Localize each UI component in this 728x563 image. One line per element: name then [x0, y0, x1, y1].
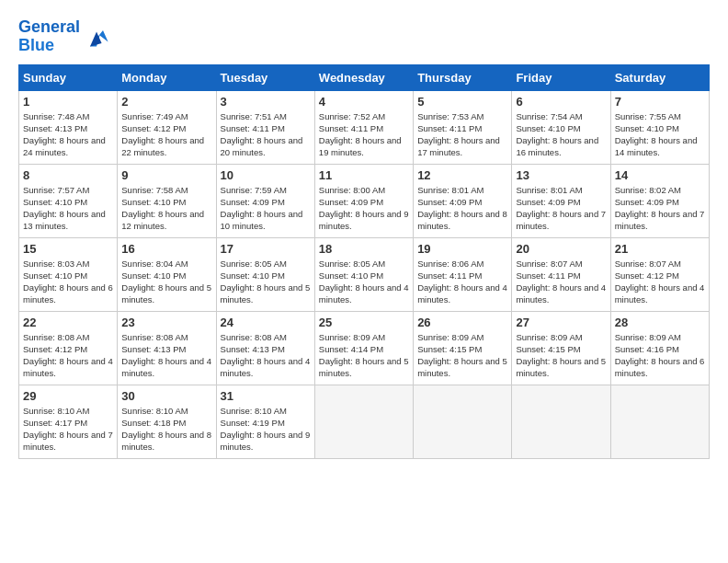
day-number: 6: [516, 95, 606, 109]
calendar-cell: 10Sunrise: 7:59 AMSunset: 4:09 PMDayligh…: [216, 164, 314, 237]
calendar-header-row: SundayMondayTuesdayWednesdayThursdayFrid…: [19, 64, 710, 90]
calendar-cell: 31Sunrise: 8:10 AMSunset: 4:19 PMDayligh…: [216, 385, 314, 458]
calendar-cell: 16Sunrise: 8:04 AMSunset: 4:10 PMDayligh…: [118, 237, 216, 311]
day-number: 22: [23, 316, 113, 329]
day-info: Sunrise: 8:01 AMSunset: 4:09 PMDaylight:…: [417, 184, 507, 233]
calendar-cell: 3Sunrise: 7:51 AMSunset: 4:11 PMDaylight…: [216, 90, 314, 164]
calendar-cell: 13Sunrise: 8:01 AMSunset: 4:09 PMDayligh…: [512, 164, 610, 237]
day-number: 26: [417, 316, 507, 329]
day-number: 10: [221, 168, 311, 182]
day-number: 14: [615, 168, 705, 182]
day-number: 20: [516, 242, 606, 256]
day-number: 8: [23, 168, 113, 182]
day-number: 15: [23, 242, 113, 256]
calendar-cell: 12Sunrise: 8:01 AMSunset: 4:09 PMDayligh…: [414, 164, 512, 237]
calendar-cell: 7Sunrise: 7:55 AMSunset: 4:10 PMDaylight…: [610, 90, 709, 164]
calendar-cell: 15Sunrise: 8:03 AMSunset: 4:10 PMDayligh…: [19, 237, 118, 311]
calendar-cell: 1Sunrise: 7:48 AMSunset: 4:13 PMDaylight…: [19, 90, 118, 164]
day-info: Sunrise: 7:57 AMSunset: 4:10 PMDaylight:…: [23, 184, 113, 233]
day-info: Sunrise: 8:09 AMSunset: 4:15 PMDaylight:…: [417, 331, 507, 380]
day-number: 11: [319, 168, 409, 182]
calendar-cell: 11Sunrise: 8:00 AMSunset: 4:09 PMDayligh…: [314, 164, 413, 237]
day-number: 5: [417, 95, 507, 109]
day-info: Sunrise: 8:10 AMSunset: 4:17 PMDaylight:…: [23, 405, 113, 454]
calendar-cell: 24Sunrise: 8:08 AMSunset: 4:13 PMDayligh…: [216, 311, 314, 385]
day-info: Sunrise: 7:55 AMSunset: 4:10 PMDaylight:…: [615, 110, 705, 159]
day-info: Sunrise: 8:07 AMSunset: 4:12 PMDaylight:…: [615, 258, 705, 306]
calendar-cell: 14Sunrise: 8:02 AMSunset: 4:09 PMDayligh…: [610, 164, 709, 237]
calendar-cell: 26Sunrise: 8:09 AMSunset: 4:15 PMDayligh…: [414, 311, 512, 385]
day-number: 30: [121, 389, 211, 403]
calendar-cell: [610, 385, 709, 458]
logo: GeneralBlue: [18, 18, 109, 55]
calendar-cell: 21Sunrise: 8:07 AMSunset: 4:12 PMDayligh…: [610, 237, 709, 311]
day-number: 13: [516, 168, 606, 182]
calendar-cell: 8Sunrise: 7:57 AMSunset: 4:10 PMDaylight…: [19, 164, 118, 237]
day-info: Sunrise: 8:08 AMSunset: 4:13 PMDaylight:…: [121, 331, 211, 380]
day-info: Sunrise: 8:05 AMSunset: 4:10 PMDaylight:…: [319, 258, 409, 306]
week-row-3: 15Sunrise: 8:03 AMSunset: 4:10 PMDayligh…: [19, 237, 710, 311]
header-wednesday: Wednesday: [314, 64, 413, 90]
day-number: 1: [23, 95, 113, 109]
day-number: 3: [221, 95, 311, 109]
week-row-4: 22Sunrise: 8:08 AMSunset: 4:12 PMDayligh…: [19, 311, 710, 385]
day-number: 28: [615, 316, 705, 329]
page-header: GeneralBlue: [18, 18, 710, 55]
day-info: Sunrise: 8:08 AMSunset: 4:13 PMDaylight:…: [221, 331, 311, 380]
day-number: 29: [23, 389, 113, 403]
day-info: Sunrise: 8:09 AMSunset: 4:15 PMDaylight:…: [516, 331, 606, 380]
calendar-cell: 19Sunrise: 8:06 AMSunset: 4:11 PMDayligh…: [414, 237, 512, 311]
header-tuesday: Tuesday: [216, 64, 314, 90]
day-info: Sunrise: 7:51 AMSunset: 4:11 PMDaylight:…: [221, 110, 311, 159]
day-info: Sunrise: 8:10 AMSunset: 4:18 PMDaylight:…: [121, 405, 211, 454]
header-monday: Monday: [118, 64, 216, 90]
day-info: Sunrise: 8:07 AMSunset: 4:11 PMDaylight:…: [516, 258, 606, 306]
calendar-cell: 22Sunrise: 8:08 AMSunset: 4:12 PMDayligh…: [19, 311, 118, 385]
svg-marker-1: [90, 31, 102, 46]
header-friday: Friday: [512, 64, 610, 90]
day-info: Sunrise: 8:09 AMSunset: 4:14 PMDaylight:…: [319, 331, 409, 380]
day-number: 4: [319, 95, 409, 109]
calendar-cell: 30Sunrise: 8:10 AMSunset: 4:18 PMDayligh…: [118, 385, 216, 458]
calendar-cell: 17Sunrise: 8:05 AMSunset: 4:10 PMDayligh…: [216, 237, 314, 311]
day-number: 16: [121, 242, 211, 256]
day-number: 31: [221, 389, 311, 403]
calendar-cell: [512, 385, 610, 458]
day-info: Sunrise: 8:06 AMSunset: 4:11 PMDaylight:…: [417, 258, 507, 306]
day-info: Sunrise: 8:09 AMSunset: 4:16 PMDaylight:…: [615, 331, 705, 380]
logo-icon: [84, 24, 109, 50]
day-number: 18: [319, 242, 409, 256]
day-number: 25: [319, 316, 409, 329]
header-thursday: Thursday: [414, 64, 512, 90]
calendar-cell: 27Sunrise: 8:09 AMSunset: 4:15 PMDayligh…: [512, 311, 610, 385]
day-info: Sunrise: 7:54 AMSunset: 4:10 PMDaylight:…: [516, 110, 606, 159]
day-number: 21: [615, 242, 705, 256]
calendar-cell: 5Sunrise: 7:53 AMSunset: 4:11 PMDaylight…: [414, 90, 512, 164]
day-number: 27: [516, 316, 606, 329]
day-number: 23: [121, 316, 211, 329]
day-number: 9: [121, 168, 211, 182]
day-info: Sunrise: 7:58 AMSunset: 4:10 PMDaylight:…: [121, 184, 211, 233]
day-number: 17: [221, 242, 311, 256]
day-info: Sunrise: 7:59 AMSunset: 4:09 PMDaylight:…: [221, 184, 311, 233]
calendar-cell: 18Sunrise: 8:05 AMSunset: 4:10 PMDayligh…: [314, 237, 413, 311]
week-row-5: 29Sunrise: 8:10 AMSunset: 4:17 PMDayligh…: [19, 385, 710, 458]
day-number: 2: [121, 95, 211, 109]
calendar-cell: 20Sunrise: 8:07 AMSunset: 4:11 PMDayligh…: [512, 237, 610, 311]
calendar-cell: 2Sunrise: 7:49 AMSunset: 4:12 PMDaylight…: [118, 90, 216, 164]
day-number: 7: [615, 95, 705, 109]
day-info: Sunrise: 7:48 AMSunset: 4:13 PMDaylight:…: [23, 110, 113, 159]
calendar-cell: 9Sunrise: 7:58 AMSunset: 4:10 PMDaylight…: [118, 164, 216, 237]
calendar-cell: 28Sunrise: 8:09 AMSunset: 4:16 PMDayligh…: [610, 311, 709, 385]
header-sunday: Sunday: [19, 64, 118, 90]
header-saturday: Saturday: [610, 64, 709, 90]
calendar-cell: 23Sunrise: 8:08 AMSunset: 4:13 PMDayligh…: [118, 311, 216, 385]
day-info: Sunrise: 8:02 AMSunset: 4:09 PMDaylight:…: [615, 184, 705, 233]
day-number: 19: [417, 242, 507, 256]
logo-text: GeneralBlue: [18, 18, 80, 55]
calendar-table: SundayMondayTuesdayWednesdayThursdayFrid…: [18, 64, 710, 459]
day-info: Sunrise: 8:03 AMSunset: 4:10 PMDaylight:…: [23, 258, 113, 306]
day-info: Sunrise: 8:08 AMSunset: 4:12 PMDaylight:…: [23, 331, 113, 380]
week-row-2: 8Sunrise: 7:57 AMSunset: 4:10 PMDaylight…: [19, 164, 710, 237]
day-info: Sunrise: 8:10 AMSunset: 4:19 PMDaylight:…: [221, 405, 311, 454]
